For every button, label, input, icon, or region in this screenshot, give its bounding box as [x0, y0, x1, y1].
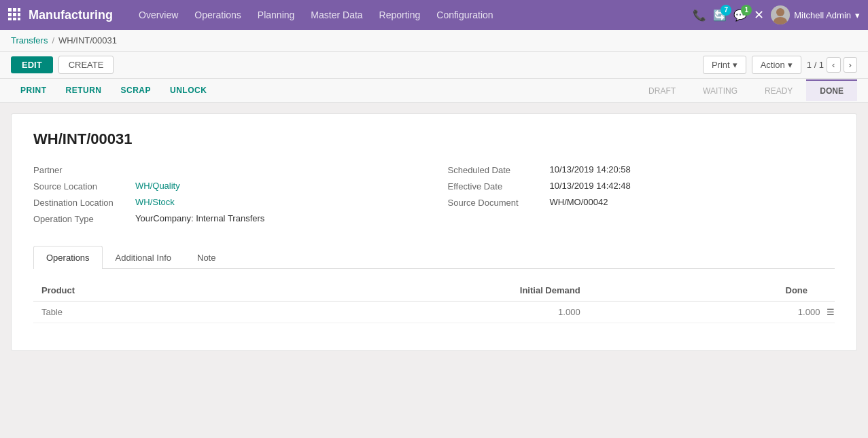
destination-location-value[interactable]: WH/Stock [135, 197, 175, 207]
chat-icon[interactable]: 💬 1 [733, 9, 747, 22]
refresh-badge: 7 [721, 5, 731, 16]
app-brand: Manufacturing [29, 8, 113, 22]
effective-date-value: 10/13/2019 14:42:48 [550, 181, 631, 191]
tab-content-operations: Product Initial Demand Done Table 1.000 … [33, 269, 835, 334]
unlock-button[interactable]: UNLOCK [160, 79, 216, 102]
avatar [771, 5, 790, 24]
tab-note[interactable]: Note [184, 246, 228, 269]
operation-type-value: YourCompany: Internal Transfers [135, 213, 264, 223]
refresh-icon[interactable]: 🔄 7 [713, 9, 727, 22]
source-document-field: Source Document WH/MO/00042 [448, 197, 835, 208]
print-label: Print [712, 60, 730, 70]
tab-additional-info[interactable]: Additional Info [103, 246, 184, 269]
nav-operations[interactable]: Operations [188, 7, 247, 23]
svg-rect-0 [8, 8, 12, 12]
action-button[interactable]: Action ▾ [752, 56, 801, 74]
user-menu[interactable]: Mitchell Admin ▾ [771, 5, 860, 24]
col-product: Product [33, 280, 207, 302]
print-button[interactable]: Print ▾ [703, 56, 746, 74]
scrap-button[interactable]: SCRAP [111, 79, 161, 102]
operations-table: Product Initial Demand Done Table 1.000 … [33, 280, 835, 323]
action-dropdown-icon: ▾ [788, 60, 793, 70]
scheduled-date-field: Scheduled Date 10/13/2019 14:20:58 [448, 164, 835, 175]
operation-type-label: Operation Type [33, 213, 135, 224]
nav-planning[interactable]: Planning [251, 7, 302, 23]
nav-configuration[interactable]: Configuration [430, 7, 500, 23]
svg-rect-5 [18, 13, 20, 16]
svg-point-9 [776, 8, 784, 16]
source-location-field: Source Location WH/Quality [33, 181, 421, 191]
nav-overview[interactable]: Overview [132, 7, 185, 23]
col-done: Done [635, 280, 835, 302]
cell-initial-demand: 1.000 [207, 302, 635, 323]
status-draft: DRAFT [635, 79, 689, 101]
return-button[interactable]: RETURN [56, 79, 111, 102]
chat-badge: 1 [741, 5, 752, 16]
breadcrumb-current: WH/INT/00031 [58, 35, 117, 45]
svg-rect-1 [13, 8, 16, 12]
detail-lines-icon[interactable]: ☰ [827, 307, 835, 317]
svg-rect-2 [18, 8, 20, 12]
operation-type-field: Operation Type YourCompany: Internal Tra… [33, 213, 421, 224]
source-location-value[interactable]: WH/Quality [135, 181, 180, 191]
grid-icon[interactable] [8, 8, 20, 22]
destination-location-label: Destination Location [33, 197, 135, 208]
operation-type-link[interactable]: Internal Transfers [196, 213, 264, 223]
svg-rect-6 [8, 18, 12, 20]
source-document-label: Source Document [448, 197, 550, 208]
breadcrumb: Transfers / WH/INT/00031 [0, 30, 868, 52]
scheduled-date-value: 10/13/2019 14:20:58 [550, 164, 631, 175]
print-sec-button[interactable]: PRINT [11, 79, 56, 102]
partner-label: Partner [33, 164, 135, 175]
source-location-label: Source Location [33, 181, 135, 191]
user-dropdown-icon: ▾ [855, 10, 860, 20]
topnav-right: 📞 🔄 7 💬 1 ✕ Mitchell Admin ▾ [693, 5, 860, 24]
user-name: Mitchell Admin [794, 10, 851, 20]
breadcrumb-parent[interactable]: Transfers [11, 35, 48, 45]
form-card: WH/INT/00031 Partner Source Location WH/… [11, 113, 857, 351]
nav-reporting[interactable]: Reporting [372, 7, 428, 23]
effective-date-field: Effective Date 10/13/2019 14:42:48 [448, 181, 835, 191]
done-value: 1.000 [798, 307, 820, 317]
svg-rect-4 [13, 13, 16, 16]
table-row: Table 1.000 1.000 ☰ [33, 302, 835, 323]
print-dropdown-icon: ▾ [733, 60, 737, 70]
create-button[interactable]: CREATE [58, 56, 114, 74]
svg-rect-7 [13, 18, 16, 20]
partner-field: Partner [33, 164, 421, 175]
secondary-nav: PRINT RETURN SCRAP UNLOCK DRAFT WAITING … [0, 79, 868, 103]
form-fields: Partner Source Location WH/Quality Desti… [33, 164, 835, 230]
scheduled-date-label: Scheduled Date [448, 164, 550, 175]
edit-button[interactable]: EDIT [11, 56, 53, 73]
top-navigation: Manufacturing Overview Operations Planni… [0, 0, 868, 30]
form-title: WH/INT/00031 [33, 130, 835, 148]
pagination: 1 / 1 ‹ › [807, 57, 857, 73]
destination-location-field: Destination Location WH/Stock [33, 197, 421, 208]
phone-icon[interactable]: 📞 [693, 9, 706, 22]
pagination-text: 1 / 1 [807, 60, 824, 70]
action-label: Action [761, 60, 785, 70]
action-bar: EDIT CREATE Print ▾ Action ▾ 1 / 1 ‹ › [0, 52, 868, 79]
next-page-button[interactable]: › [844, 57, 857, 73]
status-done: DONE [806, 79, 857, 101]
main-content: WH/INT/00031 Partner Source Location WH/… [0, 103, 868, 362]
cell-done: 1.000 ☰ [635, 302, 835, 323]
col-initial-demand: Initial Demand [207, 280, 635, 302]
tab-operations[interactable]: Operations [33, 246, 103, 269]
breadcrumb-separator: / [52, 35, 54, 45]
operation-type-prefix: YourCompany: [135, 213, 196, 223]
form-left-col: Partner Source Location WH/Quality Desti… [33, 164, 421, 230]
svg-point-10 [774, 17, 787, 24]
status-ready: READY [751, 79, 806, 101]
form-right-col: Scheduled Date 10/13/2019 14:20:58 Effec… [448, 164, 835, 230]
close-icon[interactable]: ✕ [754, 7, 764, 22]
nav-master-data[interactable]: Master Data [304, 7, 369, 23]
nav-links: Overview Operations Planning Master Data… [132, 7, 693, 23]
source-document-value: WH/MO/00042 [550, 197, 608, 207]
cell-product: Table [33, 302, 207, 323]
prev-page-button[interactable]: ‹ [827, 57, 840, 73]
tabs: Operations Additional Info Note [33, 246, 835, 269]
status-bar: DRAFT WAITING READY DONE [635, 79, 857, 101]
status-waiting: WAITING [689, 79, 751, 101]
svg-rect-8 [18, 18, 20, 20]
